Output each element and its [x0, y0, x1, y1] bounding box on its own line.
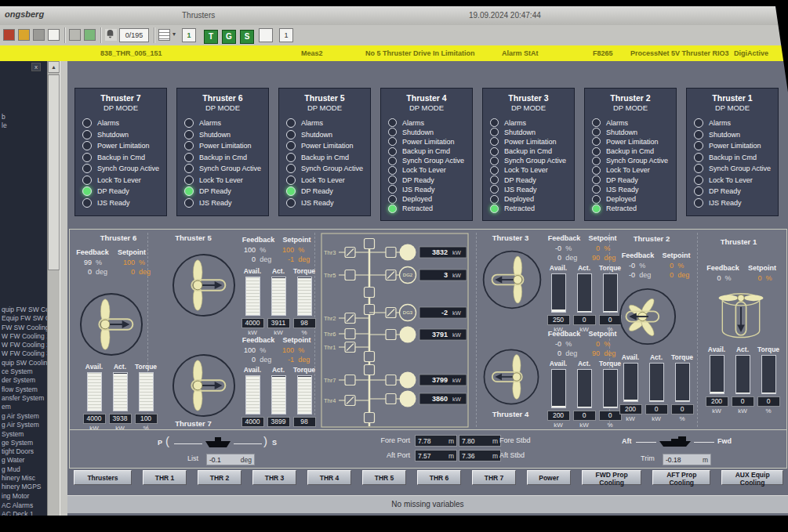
bar-header: Torque	[757, 346, 780, 353]
page-icon[interactable]: 1	[279, 28, 293, 42]
sidebar-item[interactable]: ing Motor	[2, 492, 47, 501]
thruster-6-azimuth-symbol	[79, 291, 143, 358]
toolbar-s-button[interactable]: S	[240, 30, 254, 44]
status-panel-thruster-4: Thruster 4 DP MODE AlarmsShutdownPower L…	[380, 88, 473, 221]
warning-yellow-icon[interactable]	[18, 29, 30, 41]
bar-gauge: 0 %	[757, 355, 780, 414]
status-item-retracted: Retracted	[381, 204, 472, 213]
sidebar-item[interactable]: W FW Cooling 3	[2, 349, 47, 358]
sidebar-item[interactable]: FW SW Cooling	[2, 324, 47, 332]
sidebar-item[interactable]: ce System	[2, 367, 47, 376]
bar-unit: kW	[547, 422, 570, 429]
status-item-alarms: Alarms	[177, 118, 268, 128]
status-item-power-limitation: Power Limitation	[585, 137, 676, 146]
sidebar-item[interactable]: b	[2, 113, 47, 121]
led-icon	[184, 176, 194, 185]
alarm-red-icon[interactable]	[3, 29, 15, 41]
history-icon[interactable]	[69, 29, 81, 41]
status-item-ijs-ready: IJS Ready	[177, 198, 268, 208]
toolbar-t-button[interactable]: T	[204, 30, 218, 44]
sidebar-item[interactable]: tight Doors	[2, 447, 47, 456]
led-icon	[388, 185, 397, 194]
sidebar-item[interactable]: der System	[2, 376, 47, 385]
bar-unit: kW	[731, 407, 754, 414]
nav-button-aux-equip-cooling[interactable]: AUX Equip Cooling	[721, 470, 783, 485]
view-grid-icon[interactable]	[158, 29, 170, 41]
status-item-synch-group-active: Synch Group Active	[177, 164, 268, 173]
led-icon	[592, 157, 601, 165]
bar-gauge: 0 kW	[572, 273, 596, 333]
bell-icon[interactable]	[105, 29, 117, 41]
led-icon	[388, 166, 397, 175]
status-item-alarms: Alarms	[483, 118, 574, 127]
scroll-up-icon[interactable]: ▲	[48, 61, 60, 73]
nav-button-thr-1[interactable]: THR 1	[143, 470, 187, 485]
nav-button-thr-4[interactable]: THR 4	[307, 470, 351, 485]
sidebar-item[interactable]: le	[2, 121, 47, 130]
sidebar-item[interactable]: System	[2, 430, 47, 439]
bar-value: 0	[573, 411, 596, 421]
event-gray-icon[interactable]	[33, 29, 45, 41]
nav-button-thr-6[interactable]: THR 6	[417, 470, 461, 485]
status-item-backup-in-cmd: Backup in Cmd	[279, 153, 370, 162]
nav-button-thr-5[interactable]: THR 5	[362, 470, 406, 485]
sidebar-item[interactable]: g Mud	[2, 465, 47, 474]
sidebar-item[interactable]: quip FW SW Coo	[2, 306, 47, 314]
status-panel-mode: DP MODE	[483, 103, 574, 112]
nav-button-power[interactable]: Power	[527, 470, 571, 485]
thruster-7-feedback-setpoint: FeedbackSetpoint100%100%0deg-1deg	[239, 336, 316, 364]
monitor-icon[interactable]	[48, 29, 60, 41]
nav-button-thr-3[interactable]: THR 3	[252, 470, 296, 485]
fore-stbd-value-box: 7.80m	[459, 435, 501, 447]
sidebar-item[interactable]: g Air System	[2, 421, 47, 429]
led-icon	[694, 176, 703, 185]
sidebar-item[interactable]: flow System	[2, 385, 47, 394]
bar-gauge: 98 %	[292, 375, 316, 435]
nav-button-aft-prop-cooling[interactable]: AFT Prop Cooling	[652, 470, 710, 485]
scrollbar-thumb[interactable]	[48, 74, 60, 270]
alarm-node: ProcessNet 5V Thruster RIO3	[630, 49, 729, 57]
nav-button-thr-2[interactable]: THR 2	[198, 470, 241, 485]
svg-text:kW: kW	[452, 249, 462, 256]
sidebar-item[interactable]: W FW Cooling 2	[2, 341, 47, 349]
sidebar-item[interactable]: em	[2, 403, 47, 411]
view-page-field[interactable]: 1	[182, 28, 196, 42]
chevron-down-icon[interactable]: ▾	[172, 31, 176, 38]
led-icon	[490, 204, 499, 213]
alarm-banner[interactable]: 838_THR_005_151 Meas2 No 5 Thruster Driv…	[0, 45, 788, 61]
sidebar-item[interactable]: Equip FW SW Co	[2, 314, 47, 323]
close-icon[interactable]: x	[31, 63, 41, 71]
toolbar-g-button[interactable]: G	[222, 30, 236, 44]
sidebar-item[interactable]: AC Alarms	[2, 501, 47, 510]
sidebar-item[interactable]: quip SW Cooling	[2, 359, 47, 367]
acknowledge-icon[interactable]	[84, 29, 96, 41]
status-item-dp-ready: DP Ready	[483, 176, 574, 184]
bar-unit: %	[670, 415, 694, 422]
svg-text:Thr1: Thr1	[324, 344, 336, 351]
svg-text:DG2: DG2	[403, 273, 413, 277]
bar-header: Act.	[572, 264, 596, 272]
thruster-2-propeller-symbol	[619, 288, 677, 346]
bar-unit: kW	[267, 329, 290, 336]
sidebar-item[interactable]: hinery MGPS	[2, 483, 47, 491]
sidebar-item[interactable]: g Air System	[2, 412, 47, 421]
led-icon	[388, 128, 397, 136]
blank-button[interactable]	[259, 28, 273, 42]
sidebar-item[interactable]: hinery Misc	[2, 474, 47, 483]
sidebar-item[interactable]: AC Deck 1	[2, 510, 47, 516]
feedback-header: Feedback	[545, 330, 583, 338]
sidebar-item[interactable]: g Water	[2, 456, 47, 465]
nav-button-fwd-prop-cooling[interactable]: FWD Prop Cooling	[582, 470, 641, 485]
svg-text:kW: kW	[452, 272, 462, 279]
sidebar-item[interactable]: ge System	[2, 439, 47, 447]
nav-button-thrusters[interactable]: Thrusters	[74, 470, 132, 485]
status-panel-mode: DP MODE	[381, 103, 472, 112]
sidebar-item[interactable]: ansfer System	[2, 394, 47, 403]
bar-gauge: 0 kW	[731, 355, 754, 414]
sidebar-scrollbar[interactable]: ▲	[47, 61, 60, 516]
sidebar-item[interactable]: W FW Cooling 1	[2, 332, 47, 341]
status-item-ijs-ready: IJS Ready	[381, 185, 472, 194]
status-panel-title: Thruster 1	[687, 93, 778, 103]
status-item-synch-group-active: Synch Group Active	[585, 157, 676, 165]
nav-button-thr-7[interactable]: THR 7	[472, 470, 516, 485]
